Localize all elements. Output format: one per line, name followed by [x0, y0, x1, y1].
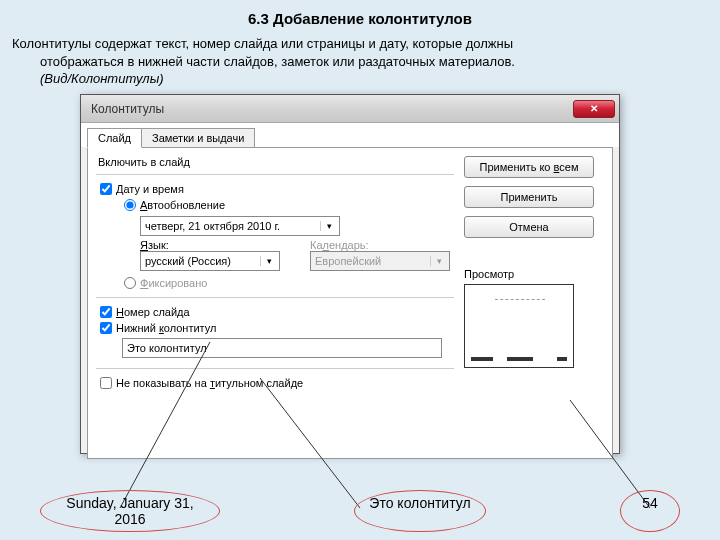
- dialog-title: Колонтитулы: [91, 102, 573, 116]
- lang-label: Язык:: [140, 239, 280, 251]
- description: Колонтитулы содержат текст, номер слайда…: [0, 35, 720, 88]
- section-title: 6.3 Добавление колонтитулов: [0, 0, 720, 35]
- auto-radio[interactable]: [124, 199, 136, 211]
- tab-content: Включить в слайд Дату и время Автообновл…: [87, 147, 613, 459]
- calendar-dropdown: Европейский: [310, 251, 450, 271]
- calendar-label: Календарь:: [310, 239, 450, 251]
- datetime-label: Дату и время: [116, 183, 184, 195]
- fixed-label: Фиксировано: [140, 277, 207, 289]
- datetime-checkbox[interactable]: [100, 183, 112, 195]
- slide-footer: Sunday, January 31, 2016 Это колонтитул …: [0, 490, 720, 532]
- tab-notes[interactable]: Заметки и выдачи: [141, 128, 255, 148]
- tab-strip: Слайд Заметки и выдачи: [81, 123, 619, 147]
- slidenum-checkbox[interactable]: [100, 306, 112, 318]
- titlebar[interactable]: Колонтитулы ✕: [81, 95, 619, 123]
- noshow-title-label: Не показывать на титульном слайде: [116, 377, 303, 389]
- apply-button[interactable]: Применить: [464, 186, 594, 208]
- cancel-button[interactable]: Отмена: [464, 216, 594, 238]
- footer-label: Нижний колонтитул: [116, 322, 216, 334]
- footer-date: Sunday, January 31, 2016: [40, 490, 220, 532]
- noshow-title-checkbox[interactable]: [100, 377, 112, 389]
- footer-checkbox[interactable]: [100, 322, 112, 334]
- close-button[interactable]: ✕: [573, 100, 615, 118]
- footer-page: 54: [620, 490, 680, 532]
- include-label: Включить в слайд: [96, 156, 454, 168]
- auto-label: Автообновление: [140, 199, 225, 211]
- slidenum-label: Номер слайда: [116, 306, 190, 318]
- fixed-radio[interactable]: [124, 277, 136, 289]
- date-format-dropdown[interactable]: четверг, 21 октября 2010 г.: [140, 216, 340, 236]
- header-footer-dialog: Колонтитулы ✕ Слайд Заметки и выдачи Вкл…: [80, 94, 620, 454]
- apply-all-button[interactable]: Применить ко всем: [464, 156, 594, 178]
- tab-slide[interactable]: Слайд: [87, 128, 142, 148]
- desc-line: (Вид/Колонтитулы): [40, 71, 164, 86]
- preview-label: Просмотр: [464, 268, 604, 280]
- footer-center: Это колонтитул: [354, 490, 485, 532]
- lang-dropdown[interactable]: русский (Россия): [140, 251, 280, 271]
- desc-line: Колонтитулы содержат текст, номер слайда…: [12, 36, 513, 51]
- preview-thumbnail: [464, 284, 574, 368]
- desc-line: отображаться в нижней части слайдов, зам…: [12, 53, 708, 71]
- footer-input[interactable]: [122, 338, 442, 358]
